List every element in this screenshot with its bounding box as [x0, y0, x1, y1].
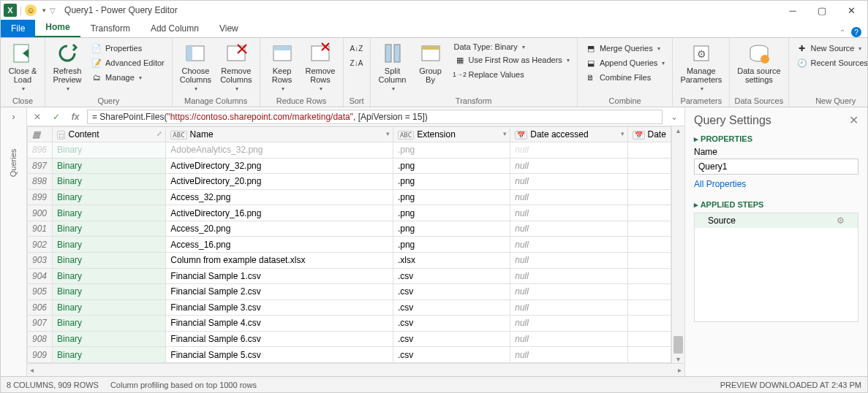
cell-content[interactable]: Binary: [53, 284, 166, 300]
cell-content[interactable]: Binary: [53, 252, 166, 268]
cell-content[interactable]: Binary: [53, 299, 166, 316]
cell-name[interactable]: Financial Sample 5.csv: [166, 347, 393, 363]
cell-date[interactable]: [627, 252, 671, 268]
advanced-editor-button[interactable]: 📝Advanced Editor: [88, 56, 167, 69]
col-date[interactable]: 📅Date: [627, 127, 671, 142]
cell-date-accessed[interactable]: null: [510, 252, 627, 268]
gear-icon[interactable]: ⚙: [837, 215, 845, 226]
new-source-button[interactable]: ✚New Source▾: [793, 42, 868, 55]
cell-date[interactable]: [627, 268, 671, 284]
choose-columns-button[interactable]: Choose Columns▾: [177, 40, 214, 94]
col-name[interactable]: ABCName▾: [166, 127, 393, 142]
cell-name[interactable]: ActiveDirectory_32.png: [166, 158, 393, 174]
table-row[interactable]: 905 Binary Financial Sample 2.csv .csv n…: [28, 284, 671, 300]
fx-icon[interactable]: fx: [68, 112, 83, 122]
table-row[interactable]: 900 Binary ActiveDirectory_16.png .png n…: [28, 205, 671, 221]
tab-home[interactable]: Home: [35, 18, 80, 37]
cell-date[interactable]: [627, 158, 671, 174]
cell-content[interactable]: Binary: [53, 174, 166, 190]
table-row[interactable]: 908 Binary Financial Sample 6.csv .csv n…: [28, 331, 671, 347]
data-type-button[interactable]: Data Type: Binary▾: [451, 42, 573, 52]
combine-files-button[interactable]: 🗎Combine Files: [582, 71, 668, 84]
table-row[interactable]: 902 Binary Access_16.png .png null: [28, 237, 671, 253]
cell-date[interactable]: [627, 221, 671, 237]
cell-name[interactable]: Financial Sample 2.csv: [166, 284, 393, 300]
applied-steps-header[interactable]: ▸ APPLIED STEPS: [694, 200, 858, 210]
table-row[interactable]: 899 Binary Access_32.png .png null: [28, 189, 671, 205]
properties-button[interactable]: 📄Properties: [88, 42, 167, 55]
cell-content[interactable]: Binary: [53, 331, 166, 347]
cell-name[interactable]: Financial Sample 6.csv: [166, 331, 393, 347]
cell-date-accessed[interactable]: null: [510, 284, 627, 300]
col-extension[interactable]: ABCExtension▾: [393, 127, 510, 142]
cell-extension[interactable]: .png: [393, 142, 510, 159]
formula-cancel-button[interactable]: ✕: [30, 112, 45, 122]
table-row[interactable]: 903 Binary Column from example dataset.x…: [28, 252, 671, 268]
cell-content[interactable]: Binary: [53, 158, 166, 174]
formula-input[interactable]: = SharePoint.Files("https://contoso.shar…: [87, 110, 663, 124]
table-row[interactable]: 907 Binary Financial Sample 4.csv .csv n…: [28, 316, 671, 332]
tab-file[interactable]: File: [1, 20, 35, 37]
col-content[interactable]: ⬚Content⤢: [53, 127, 166, 142]
tab-view[interactable]: View: [209, 20, 249, 37]
remove-rows-button[interactable]: Remove Rows▾: [303, 40, 339, 94]
group-by-button[interactable]: Group By: [413, 40, 448, 85]
cell-extension[interactable]: .png: [393, 237, 510, 253]
filter-icon[interactable]: ▾: [621, 130, 624, 137]
cell-date-accessed[interactable]: null: [510, 331, 627, 347]
cell-name[interactable]: Column from example dataset.xlsx: [166, 252, 393, 268]
data-source-settings-button[interactable]: Data source settings: [734, 40, 783, 85]
cell-date[interactable]: [627, 237, 671, 253]
all-properties-link[interactable]: All Properties: [694, 179, 746, 189]
col-date-accessed[interactable]: 📅Date accessed▾: [510, 127, 627, 142]
cell-name[interactable]: ActiveDirectory_16.png: [166, 205, 393, 221]
tab-add-column[interactable]: Add Column: [140, 20, 209, 37]
queries-rail[interactable]: › Queries: [1, 107, 27, 376]
cell-extension[interactable]: .png: [393, 221, 510, 237]
cell-date-accessed[interactable]: null: [510, 189, 627, 205]
query-name-input[interactable]: [694, 159, 858, 175]
expand-icon[interactable]: ⤢: [156, 130, 162, 137]
cell-date[interactable]: [627, 316, 671, 332]
cell-name[interactable]: AdobeAnalytics_32.png: [166, 142, 393, 159]
cell-name[interactable]: Access_20.png: [166, 221, 393, 237]
merge-queries-button[interactable]: ⬒Merge Queries▾: [582, 42, 668, 55]
collapse-ribbon-icon[interactable]: ⌃: [839, 28, 845, 37]
refresh-preview-button[interactable]: Refresh Preview▾: [50, 40, 85, 94]
filter-icon[interactable]: ▾: [386, 130, 390, 137]
horizontal-scrollbar[interactable]: ◂ ▸: [27, 363, 684, 376]
help-icon[interactable]: ?: [851, 27, 861, 37]
maximize-button[interactable]: ▢: [812, 5, 832, 16]
table-row[interactable]: 898 Binary ActiveDirectory_20.png .png n…: [28, 174, 671, 190]
cell-content[interactable]: Binary: [53, 221, 166, 237]
split-column-button[interactable]: Split Column▾: [375, 40, 410, 94]
cell-name[interactable]: Access_32.png: [166, 189, 393, 205]
cell-date-accessed[interactable]: null: [510, 158, 627, 174]
cell-date-accessed[interactable]: null: [510, 174, 627, 190]
cell-extension[interactable]: .csv: [393, 268, 510, 284]
remove-columns-button[interactable]: Remove Columns▾: [217, 40, 254, 94]
cell-extension[interactable]: .csv: [393, 299, 510, 316]
cell-name[interactable]: Access_16.png: [166, 237, 393, 253]
cell-extension[interactable]: .png: [393, 189, 510, 205]
table-row[interactable]: 904 Binary Financial Sample 1.csv .csv n…: [28, 268, 671, 284]
cell-date-accessed[interactable]: null: [510, 316, 627, 332]
manage-parameters-button[interactable]: ⚙ Manage Parameters▾: [677, 40, 725, 94]
table-row[interactable]: 909 Binary Financial Sample 5.csv .csv n…: [28, 347, 671, 363]
tab-transform[interactable]: Transform: [80, 20, 140, 37]
cell-content[interactable]: Binary: [53, 205, 166, 221]
cell-content[interactable]: Binary: [53, 142, 166, 159]
manage-button[interactable]: 🗂Manage▾: [88, 71, 167, 84]
cell-date[interactable]: [627, 284, 671, 300]
cell-name[interactable]: ActiveDirectory_20.png: [166, 174, 393, 190]
step-source[interactable]: Source⚙: [695, 213, 858, 228]
cell-extension[interactable]: .csv: [393, 284, 510, 300]
table-row[interactable]: 897 Binary ActiveDirectory_32.png .png n…: [28, 158, 671, 174]
cell-extension[interactable]: .xlsx: [393, 252, 510, 268]
formula-expand-button[interactable]: ⌄: [667, 112, 682, 122]
recent-sources-button[interactable]: 🕘Recent Sources▾: [793, 56, 868, 69]
qat-customize[interactable]: ▽: [50, 7, 56, 15]
close-window-button[interactable]: ✕: [841, 5, 861, 16]
cell-date[interactable]: [627, 299, 671, 316]
append-queries-button[interactable]: ⬓Append Queries▾: [582, 56, 668, 69]
